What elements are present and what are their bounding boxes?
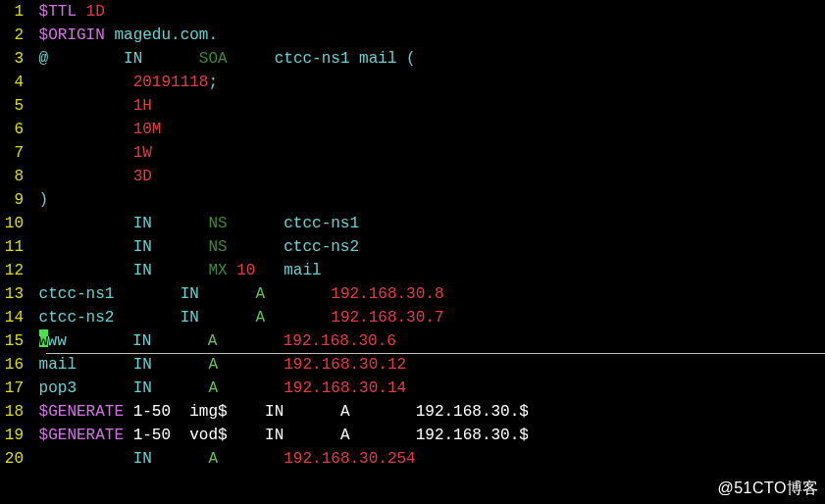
line-number: 11 (0, 235, 24, 259)
directive-generate: $GENERATE (39, 427, 124, 444)
line-number: 6 (0, 118, 24, 141)
zone-line-3: 3 @ IN SOA ctcc-ns1 mail ( (0, 47, 825, 71)
line-number: 15 (0, 329, 24, 353)
record-class: IN (265, 403, 284, 421)
record-class: IN (180, 309, 199, 327)
ip-address: 192.168.30.8 (331, 285, 443, 303)
line-number: 4 (0, 71, 24, 94)
terminal-window[interactable]: 1 $TTL 1D 2 $ORIGIN magedu.com. 3 @ IN S… (0, 0, 825, 504)
zone-line-9: 9 ) (0, 188, 825, 212)
comment-semicolon: ; (208, 74, 218, 91)
record-type-ns: NS (208, 215, 227, 232)
ip-address: 192.168.30.6 (284, 332, 396, 350)
record-type-a: A (255, 285, 265, 303)
zone-line-20: 20 IN A 192.168.30.254 (0, 447, 825, 471)
generate-range: 1-50 (124, 403, 171, 421)
directive-generate: $GENERATE (39, 403, 124, 421)
record-type-a: A (340, 427, 350, 444)
close-paren: ) (39, 191, 49, 209)
soa-expire: 1W (133, 144, 152, 162)
record-type-ns: NS (208, 238, 227, 256)
ns-target: ctcc-ns2 (284, 238, 359, 256)
record-class: IN (133, 450, 152, 468)
zone-line-1: 1 $TTL 1D (0, 0, 825, 24)
record-class: IN (180, 285, 199, 303)
zone-line-18: 18 $GENERATE 1-50 img$ IN A 192.168.30.$ (0, 400, 825, 424)
record-type-a: A (340, 403, 350, 421)
record-type-mx: MX (208, 262, 236, 279)
zone-line-5: 5 1H (0, 94, 825, 118)
mx-target: mail (284, 262, 321, 279)
line-number: 5 (0, 94, 24, 118)
record-class: IN (133, 356, 152, 374)
generate-rhs: 192.168.30.$ (416, 403, 529, 421)
line-number: 8 (0, 165, 24, 188)
zone-line-7: 7 1W (0, 141, 825, 165)
record-class: IN (124, 50, 142, 68)
generate-rhs: 192.168.30.$ (416, 427, 529, 444)
line-number: 12 (0, 259, 24, 282)
zone-line-16: 16 mail IN A 192.168.30.12 (0, 353, 825, 377)
record-owner: @ (39, 50, 49, 68)
generate-lhs: img$ (189, 403, 227, 421)
record-type-a: A (208, 356, 218, 374)
record-class: IN (265, 427, 284, 444)
mx-priority: 10 (236, 262, 255, 279)
line-number: 13 (0, 282, 24, 306)
record-class: IN (133, 215, 152, 232)
line-number: 10 (0, 212, 24, 235)
line-number: 16 (0, 353, 24, 377)
line-number: 19 (0, 424, 24, 447)
ip-address: 192.168.30.14 (284, 379, 406, 397)
zone-line-11: 11 IN NS ctcc-ns2 (0, 235, 825, 259)
record-class: IN (132, 332, 151, 350)
line-number: 9 (0, 188, 24, 212)
record-class: IN (133, 262, 152, 279)
cursor-icon: w (39, 329, 48, 347)
ip-address: 192.168.30.254 (284, 450, 415, 468)
record-owner: ww (48, 332, 67, 350)
zone-line-8: 8 3D (0, 165, 825, 188)
soa-minimum: 3D (133, 168, 152, 185)
watermark-label: @51CTO博客 (717, 477, 819, 500)
zone-line-15: 15 www IN A 192.168.30.6 (0, 329, 825, 353)
ns-target: ctcc-ns1 (284, 215, 359, 232)
record-owner: ctcc-ns2 (39, 309, 115, 327)
zone-line-10: 10 IN NS ctcc-ns1 (0, 212, 825, 235)
line-number: 1 (0, 0, 24, 24)
generate-range: 1-50 (124, 427, 171, 444)
record-class: IN (133, 238, 152, 256)
origin-value: magedu.com. (105, 26, 218, 44)
ip-address: 192.168.30.7 (331, 309, 443, 327)
zone-line-19: 19 $GENERATE 1-50 vod$ IN A 192.168.30.$ (0, 424, 825, 447)
line-number: 20 (0, 447, 24, 471)
line-number: 18 (0, 400, 24, 424)
zone-line-13: 13 ctcc-ns1 IN A 192.168.30.8 (0, 282, 825, 306)
soa-serial: 20191118 (133, 74, 209, 91)
line-number: 7 (0, 141, 24, 165)
zone-line-6: 6 10M (0, 118, 825, 141)
record-owner: ctcc-ns1 (39, 285, 115, 303)
zone-line-4: 4 20191118; (0, 71, 825, 94)
line-number: 14 (0, 306, 24, 329)
zone-line-17: 17 pop3 IN A 192.168.30.14 (0, 377, 825, 400)
soa-refresh: 1H (133, 97, 152, 115)
record-type-a: A (208, 450, 218, 468)
line-number: 3 (0, 47, 24, 71)
line-number: 17 (0, 377, 24, 400)
zone-line-12: 12 IN MX 10 mail (0, 259, 825, 282)
zone-line-2: 2 $ORIGIN magedu.com. (0, 24, 825, 47)
ip-address: 192.168.30.12 (284, 356, 406, 374)
record-type-a: A (208, 332, 218, 350)
generate-lhs: vod$ (189, 427, 227, 444)
record-type-a: A (255, 309, 265, 327)
record-owner: pop3 (39, 379, 77, 397)
directive-ttl: $TTL (39, 3, 77, 21)
record-class: IN (133, 379, 152, 397)
ttl-value: 1D (77, 3, 105, 21)
line-number: 2 (0, 24, 24, 47)
soa-retry: 10M (133, 121, 162, 138)
record-type-soa: SOA (199, 50, 228, 68)
directive-origin: $ORIGIN (39, 26, 105, 44)
zone-line-14: 14 ctcc-ns2 IN A 192.168.30.7 (0, 306, 825, 329)
